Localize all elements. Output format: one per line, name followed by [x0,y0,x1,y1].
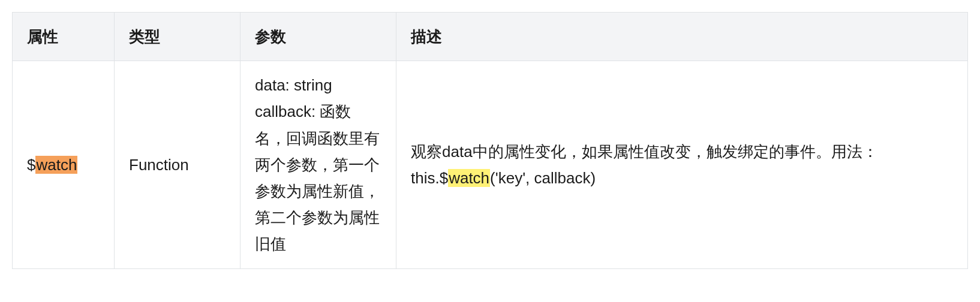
description-line1: 观察data中的属性变化，如果属性值改变，触发绑定的事件。用法： [411,143,878,161]
header-type: 类型 [115,13,241,61]
usage-highlight: watch [448,169,490,187]
cell-attribute: $watch [13,61,115,268]
api-table: 属性 类型 参数 描述 $watch Function data: string… [12,12,968,269]
table-row: $watch Function data: string callback: 函… [13,61,968,268]
cell-args: data: string callback: 函数名，回调函数里有两个参数，第一… [241,61,396,268]
attribute-prefix: $ [27,156,35,174]
attribute-highlight: watch [35,156,77,174]
header-description: 描述 [396,13,968,61]
cell-description: 观察data中的属性变化，如果属性值改变，触发绑定的事件。用法： this.$w… [396,61,968,268]
table-header-row: 属性 类型 参数 描述 [13,13,968,61]
usage-suffix: ('key', callback) [490,169,596,187]
header-args: 参数 [241,13,396,61]
cell-type: Function [115,61,241,268]
usage-prefix: this.$ [411,169,448,187]
header-attribute: 属性 [13,13,115,61]
